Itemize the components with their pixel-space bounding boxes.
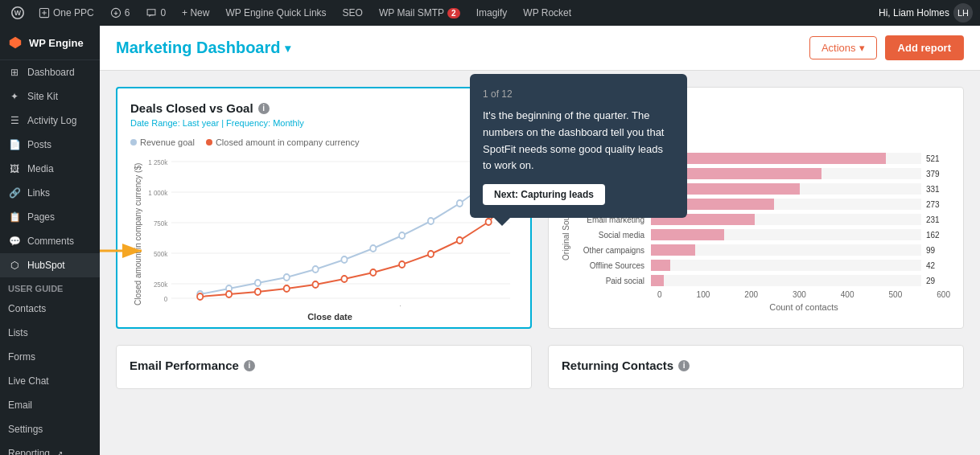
page-header: Marketing Dashboard ▾ Actions ▾ Add repo… (100, 26, 980, 71)
hubspot-arrow-indicator (100, 241, 148, 260)
pages-icon: 📋 (8, 211, 21, 223)
svg-point-27 (284, 274, 290, 281)
svg-text:500k: 500k (154, 250, 168, 259)
admin-bar: W One PPC 6 0 + New WP Engine Quick Link… (0, 0, 980, 26)
actions-dropdown-icon: ▾ (859, 42, 865, 54)
tooltip-next-button[interactable]: Next: Capturing leads (483, 184, 605, 205)
links-icon: 🔗 (8, 187, 21, 199)
sidebar-item-links[interactable]: 🔗 Links (0, 181, 100, 205)
page-title: Marketing Dashboard ▾ (116, 39, 290, 57)
wp-logo[interactable]: W (6, 0, 29, 26)
actions-button[interactable]: Actions ▾ (809, 36, 877, 59)
svg-point-32 (428, 218, 434, 224)
sidebar-item-dashboard[interactable]: ⊞ Dashboard (0, 60, 100, 84)
posts-icon: 📄 (8, 139, 21, 150)
adminbar-updates[interactable]: 6 (104, 0, 137, 26)
sidebar-item-forms[interactable]: Forms (0, 345, 100, 369)
contacts-x-axis-ticks: 0 100 200 300 400 500 600 (657, 290, 950, 299)
sidebar-item-contacts[interactable]: Contacts (0, 297, 100, 321)
svg-point-31 (399, 232, 405, 239)
user-guide-label: User Guide (0, 277, 100, 297)
svg-point-36 (197, 293, 203, 300)
hubspot-icon: ⬡ (8, 260, 21, 271)
comments-icon: 💬 (8, 236, 21, 247)
tooltip-counter: 1 of 12 (483, 87, 674, 101)
title-dropdown-icon[interactable]: ▾ (285, 42, 290, 55)
svg-text:LH: LH (957, 8, 969, 18)
mail-badge: 2 (447, 8, 460, 18)
adminbar-wp-rocket[interactable]: WP Rocket (517, 0, 578, 26)
dashboard-icon: ⊞ (8, 67, 21, 78)
sidebar-item-lists[interactable]: Lists (0, 321, 100, 345)
bar-chart-row: Other campaigns 99 (570, 244, 950, 256)
svg-text:Jan '22: Jan '22 (190, 305, 211, 306)
svg-text:1 000k: 1 000k (148, 189, 168, 198)
returning-contacts-info-icon[interactable]: i (678, 360, 690, 371)
svg-point-44 (428, 251, 434, 257)
deals-chart-container: Closed amount in company currency ($) 1 … (130, 154, 517, 314)
tooltip-popup: 1 of 12 It's the beginning of the quarte… (470, 74, 687, 218)
add-report-button[interactable]: Add report (885, 35, 964, 60)
sidebar-item-posts[interactable]: 📄 Posts (0, 133, 100, 157)
svg-text:W: W (14, 9, 22, 17)
deals-y-axis-label: Closed amount in company currency ($) (130, 154, 142, 314)
sidebar-item-site-kit[interactable]: ✦ Site Kit (0, 84, 100, 109)
svg-point-42 (370, 269, 376, 276)
sidebar-item-comments[interactable]: 💬 Comments (0, 229, 100, 253)
svg-text:Oct '22: Oct '22 (485, 305, 505, 306)
legend-closed-amount: Closed amount in company currency (206, 137, 360, 147)
svg-point-43 (399, 261, 405, 268)
sidebar-item-reporting[interactable]: Reporting ↗ (0, 441, 100, 455)
deals-x-axis-label: Close date (142, 312, 517, 322)
sidebar-item-live-chat[interactable]: Live Chat (0, 369, 100, 393)
media-icon: 🖼 (8, 163, 21, 174)
deals-line-chart: 1 250k 1 000k 750k 500k 250k 0 Jan '22 A… (142, 154, 517, 306)
sidebar-item-media[interactable]: 🖼 Media (0, 157, 100, 181)
deals-card-title: Deals Closed vs Goal i (130, 101, 517, 115)
sidebar-item-settings[interactable]: Settings (0, 417, 100, 441)
content-area: Marketing Dashboard ▾ Actions ▾ Add repo… (100, 26, 980, 455)
returning-contacts-card: Returning Contacts i (548, 345, 964, 389)
svg-text:750k: 750k (154, 219, 168, 228)
sidebar-item-hubspot[interactable]: ⬡ HubSpot (0, 253, 100, 277)
svg-point-45 (457, 237, 463, 244)
sidebar: WP Engine ⊞ Dashboard ✦ Site Kit ☰ Activ… (0, 26, 100, 455)
svg-text:Jul '22: Jul '22 (393, 305, 411, 306)
sidebar-item-activity-log[interactable]: ☰ Activity Log (0, 109, 100, 133)
deals-info-icon[interactable]: i (258, 103, 270, 114)
sidebar-brand[interactable]: WP Engine (0, 26, 100, 60)
email-performance-card: Email Performance i (116, 345, 532, 389)
adminbar-mail-smtp[interactable]: WP Mail SMTP 2 (373, 0, 467, 26)
bar-chart-row: Paid social 29 (570, 275, 950, 286)
header-actions: Actions ▾ Add report (809, 35, 964, 60)
svg-point-39 (284, 285, 290, 292)
adminbar-comments[interactable]: 0 (139, 0, 172, 26)
svg-point-33 (457, 200, 463, 207)
adminbar-seo[interactable]: SEO (336, 0, 369, 26)
bar-chart-row: Offline Sources 42 (570, 260, 950, 271)
sidebar-item-email[interactable]: Email (0, 393, 100, 417)
adminbar-user: Hi, Liam Holmes LH (879, 2, 974, 23)
contacts-x-axis-label: Count of contacts (657, 302, 950, 312)
svg-point-29 (341, 256, 347, 263)
tooltip-text: It's the beginning of the quarter. The n… (483, 108, 674, 174)
activity-log-icon: ☰ (8, 115, 21, 126)
legend-revenue-goal: Revenue goal (130, 137, 195, 147)
svg-point-26 (255, 280, 261, 286)
adminbar-imagify[interactable]: Imagify (470, 0, 514, 26)
email-info-icon[interactable]: i (244, 360, 255, 371)
deals-chart-legend: Revenue goal Closed amount in company cu… (130, 137, 517, 147)
sidebar-item-pages[interactable]: 📋 Pages (0, 205, 100, 229)
svg-point-46 (486, 219, 492, 225)
email-performance-title: Email Performance i (130, 359, 518, 372)
svg-point-41 (341, 276, 347, 282)
deals-card-subtitle: Date Range: Last year | Frequency: Month… (130, 118, 517, 128)
adminbar-new[interactable]: + New (175, 0, 216, 26)
svg-text:0: 0 (164, 295, 168, 304)
svg-point-40 (312, 281, 318, 288)
svg-text:250k: 250k (154, 281, 168, 289)
adminbar-site-name[interactable]: One PPC (32, 0, 101, 26)
site-kit-icon: ✦ (8, 91, 21, 102)
adminbar-wp-engine[interactable]: WP Engine Quick Links (219, 0, 332, 26)
svg-point-37 (226, 291, 232, 297)
